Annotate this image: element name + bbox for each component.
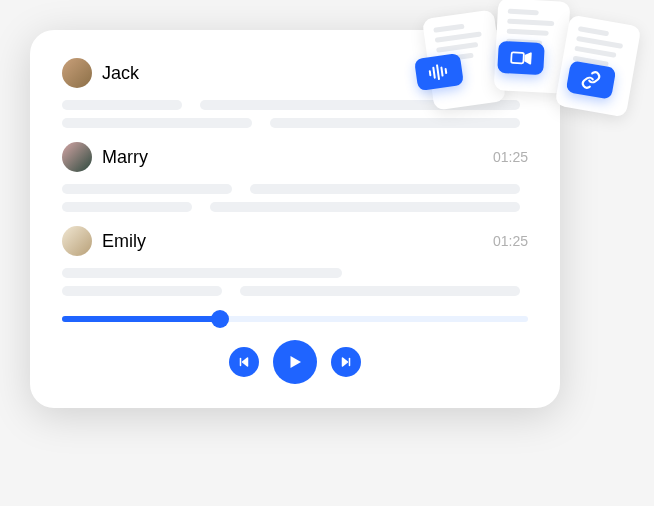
text-placeholder-row [62,268,528,278]
play-button[interactable] [273,340,317,384]
transcript-entry: Jack [62,58,528,128]
speaker-name: Emily [102,231,493,252]
svg-marker-2 [291,356,302,368]
text-placeholder-row [62,100,528,110]
avatar [62,142,92,172]
entry-header: Jack [62,58,528,88]
text-placeholder-row [62,286,528,296]
next-button[interactable] [331,347,361,377]
entry-header: Emily 01:25 [62,226,528,256]
progress-bar[interactable] [62,316,528,322]
text-placeholder [210,202,520,212]
text-placeholder-row [62,202,528,212]
svg-marker-3 [343,358,348,366]
text-placeholder [62,184,232,194]
svg-marker-0 [243,358,248,366]
skip-back-icon [238,356,250,368]
text-placeholder-row [62,184,528,194]
skip-forward-icon [340,356,352,368]
progress-thumb[interactable] [211,310,229,328]
text-placeholder [62,286,222,296]
text-placeholder [250,184,520,194]
link-badge [566,60,617,100]
link-icon [579,68,602,91]
speaker-name: Jack [102,63,528,84]
text-placeholder [200,100,520,110]
text-placeholder [62,100,182,110]
speaker-name: Marry [102,147,493,168]
transcript-card: Jack Marry 01:25 Emily 01: [30,30,560,408]
timestamp: 01:25 [493,233,528,249]
text-placeholder [62,202,192,212]
text-placeholder [240,286,520,296]
avatar [62,226,92,256]
text-placeholder-row [62,118,528,128]
play-icon [286,353,304,371]
previous-button[interactable] [229,347,259,377]
avatar [62,58,92,88]
entry-header: Marry 01:25 [62,142,528,172]
text-placeholder [62,268,342,278]
progress-fill [62,316,220,322]
text-placeholder [62,118,252,128]
transcript-entry: Marry 01:25 [62,142,528,212]
player-controls [62,340,528,384]
file-doc-icon [555,14,642,117]
text-placeholder [270,118,520,128]
transcript-entry: Emily 01:25 [62,226,528,296]
timestamp: 01:25 [493,149,528,165]
